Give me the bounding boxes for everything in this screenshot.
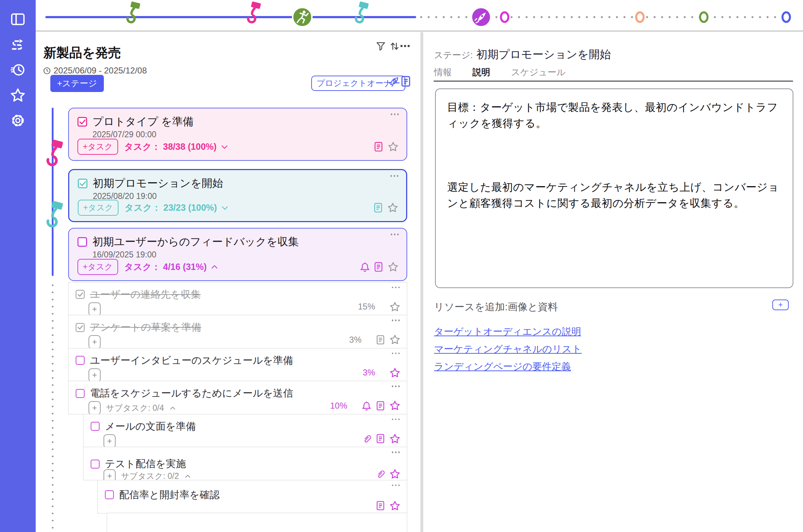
settings-gear-icon[interactable]	[10, 113, 26, 128]
stage-details-title: 初期プロモーションを開始	[476, 47, 611, 62]
task-checkbox[interactable]	[91, 422, 100, 431]
task-row[interactable]: 電話をスケジュールするためにメールを送信 + サブタスク: 0/4 10%	[68, 381, 407, 414]
favorites-star-icon[interactable]	[10, 87, 26, 103]
stage-card-feedback[interactable]: 初期ユーザーからのフィードバックを収集 16/09/2025 19:00 +タス…	[68, 228, 407, 281]
resource-link[interactable]: マーケティングチャネルのリスト	[434, 343, 582, 355]
star-icon[interactable]	[389, 500, 400, 511]
row-menu-icon[interactable]	[392, 353, 400, 354]
row-menu-icon[interactable]	[392, 485, 400, 486]
project-menu-icon[interactable]	[400, 45, 410, 47]
add-subtask-button[interactable]: +	[89, 368, 101, 382]
stage-notes-icon[interactable]	[374, 142, 383, 152]
task-checkbox[interactable]	[91, 460, 100, 469]
add-stage-button[interactable]: +ステージ	[50, 75, 104, 92]
row-menu-icon[interactable]	[392, 287, 400, 288]
star-icon[interactable]	[389, 367, 400, 378]
add-subtask-button[interactable]: +	[103, 434, 116, 448]
add-task-button[interactable]: +タスク	[77, 259, 118, 275]
task-row[interactable]: ユーザーインタビューのスケジュールを準備 + 3%	[68, 348, 407, 382]
history-clock-icon[interactable]	[10, 62, 26, 78]
task-row[interactable]	[107, 513, 407, 532]
stage-card-prototype[interactable]: プロトタイプ を準備 2025/07/29 00:00 +タスク タスク： 38…	[68, 108, 407, 161]
star-icon[interactable]	[389, 469, 400, 480]
task-notes-icon[interactable]	[376, 401, 385, 411]
chevron-up-icon[interactable]	[210, 263, 219, 271]
paperclip-icon[interactable]	[375, 469, 385, 479]
task-row[interactable]: ユーザーの連絡先を収集 + 15%	[68, 282, 407, 316]
milestone-pin-teal[interactable]	[356, 1, 369, 22]
task-row[interactable]: 配信率と開封率を確認	[97, 480, 407, 513]
bell-icon[interactable]	[360, 262, 370, 272]
chevron-up-icon[interactable]	[169, 405, 176, 412]
paperclip-icon[interactable]	[362, 434, 372, 444]
stage-notes-icon[interactable]	[374, 262, 383, 272]
stage-description-box[interactable]: 目標：ターゲット市場で製品を発表し、最初のインバウンドトラフィックを獲得する。 …	[435, 88, 793, 288]
add-subtask-button[interactable]: +	[89, 302, 101, 316]
chevron-up-icon[interactable]	[184, 473, 191, 480]
milestone-circle-green[interactable]	[700, 12, 708, 22]
task-checkbox[interactable]	[76, 389, 85, 398]
milestone-rocket-badge[interactable]	[471, 7, 491, 27]
task-checkbox[interactable]	[76, 323, 85, 332]
milestone-circle-orange[interactable]	[636, 12, 644, 22]
chevron-down-icon[interactable]	[220, 143, 229, 151]
stage-title: 初期ユーザーからのフィードバックを収集	[92, 235, 299, 249]
milestone-circle-blue[interactable]	[783, 12, 790, 22]
task-notes-icon[interactable]	[376, 335, 385, 345]
milestone-pin-green[interactable]	[127, 1, 140, 22]
star-icon[interactable]	[388, 141, 399, 152]
row-menu-icon[interactable]	[392, 385, 400, 387]
workflow-route-icon[interactable]	[10, 37, 26, 52]
stage-checkbox[interactable]	[77, 117, 87, 127]
star-icon[interactable]	[389, 334, 400, 345]
add-task-button[interactable]: +タスク	[77, 139, 118, 155]
milestone-circle-magenta[interactable]	[501, 12, 509, 22]
stage-card-promotion[interactable]: 初期プロモーションを開始 2025/08/20 19:00 +タスク タスク： …	[68, 169, 407, 222]
stage-checkbox[interactable]	[78, 179, 87, 188]
milestone-pin-pink[interactable]	[248, 1, 261, 22]
row-menu-icon[interactable]	[392, 419, 400, 420]
stage-details-panel: ステージ: 初期プロモーションを開始 情報 説明 スケジュール 目標：ターゲット…	[423, 32, 803, 532]
rocket-icon[interactable]	[388, 76, 400, 87]
tab-schedule[interactable]: スケジュール	[511, 66, 566, 78]
project-notes-icon[interactable]	[400, 76, 411, 87]
stage-menu-icon[interactable]	[391, 234, 399, 235]
task-notes-icon[interactable]	[376, 501, 385, 511]
resource-link[interactable]: ターゲットオーディエンスの説明	[434, 325, 581, 338]
task-checkbox[interactable]	[76, 290, 85, 299]
star-icon[interactable]	[387, 202, 398, 213]
resource-link[interactable]: ランディングページの要件定義	[434, 360, 571, 373]
stage-notes-icon[interactable]	[373, 203, 383, 213]
stage-menu-icon[interactable]	[391, 113, 399, 115]
task-checkbox[interactable]	[105, 490, 114, 499]
row-menu-icon[interactable]	[392, 319, 400, 321]
rail-pin-pink	[40, 138, 65, 167]
task-percent: 15%	[358, 302, 375, 312]
panel-toggle-icon[interactable]	[10, 11, 26, 27]
task-row[interactable]: メールの文面を準備 +	[83, 414, 407, 447]
task-row[interactable]: アンケートの草案を準備 + 3%	[68, 315, 407, 348]
chevron-down-icon[interactable]	[221, 204, 229, 212]
add-resource-button[interactable]: +	[772, 300, 789, 310]
tab-description[interactable]: 説明	[473, 66, 490, 78]
star-icon[interactable]	[389, 400, 400, 411]
star-icon[interactable]	[389, 433, 400, 444]
bell-icon[interactable]	[362, 401, 372, 411]
sort-icon[interactable]	[389, 41, 400, 51]
task-checkbox[interactable]	[76, 356, 85, 365]
task-row[interactable]: テスト配信を実施 + サブタスク: 0/2	[83, 447, 407, 480]
add-subtask-button[interactable]: +	[89, 335, 101, 349]
filter-icon[interactable]	[375, 41, 386, 51]
row-menu-icon[interactable]	[392, 451, 400, 453]
add-subtask-button[interactable]: +	[89, 401, 101, 415]
milestone-runner-badge[interactable]	[293, 7, 312, 27]
star-icon[interactable]	[388, 261, 399, 272]
tab-info[interactable]: 情報	[434, 66, 452, 78]
stage-menu-icon[interactable]	[390, 175, 399, 177]
stage-checkbox[interactable]	[77, 237, 87, 247]
star-icon[interactable]	[389, 301, 400, 312]
add-task-button[interactable]: +タスク	[78, 200, 118, 216]
panel-resize-handle[interactable]	[420, 32, 423, 532]
task-title: テスト配信を実施	[105, 457, 186, 471]
task-notes-icon[interactable]	[376, 434, 385, 444]
